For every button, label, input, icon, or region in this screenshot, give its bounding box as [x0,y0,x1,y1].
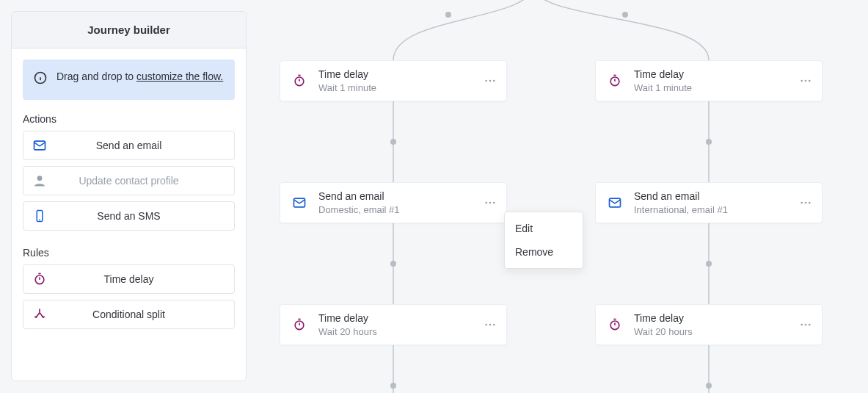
svg-point-20 [489,80,492,82]
node-time-delay[interactable]: Time delay Wait 20 hours [280,304,507,345]
split-icon [23,307,56,322]
svg-point-36 [805,80,807,82]
action-update-contact: Update contact profile [23,166,235,195]
actions-label: Actions [23,113,235,125]
svg-point-39 [800,202,803,204]
node-menu-button[interactable] [789,74,822,87]
node-menu-button[interactable] [474,318,506,331]
connector-dot [706,139,712,145]
action-label: Send an email [56,140,234,151]
more-icon [484,318,497,331]
node-subtitle: International, email #1 [634,204,784,215]
mail-icon [280,195,318,210]
info-text: Drag and drop to customize the flow. [56,70,223,84]
node-time-delay[interactable]: Time delay Wait 20 hours [595,304,823,345]
stopwatch-icon [596,317,634,332]
connector-dot [390,383,396,389]
svg-point-47 [809,324,811,326]
stopwatch-icon [280,317,318,332]
svg-point-24 [489,202,492,204]
info-icon [33,70,48,90]
node-title: Time delay [634,312,784,325]
node-menu-button[interactable] [789,196,822,209]
flow-canvas[interactable]: Time delay Wait 1 minute Send an email D… [247,0,868,393]
phone-icon [23,209,56,223]
connector-dot [622,12,628,18]
more-icon [799,318,812,331]
stopwatch-icon [596,73,634,88]
node-context-menu: Edit Remove [504,212,583,269]
stopwatch-icon [280,73,318,88]
node-menu-button[interactable] [474,74,506,87]
svg-point-21 [493,80,495,82]
node-menu-button[interactable] [789,318,822,331]
rule-label: Conditional split [56,309,234,320]
connector-dot [390,261,396,267]
svg-point-30 [489,324,492,326]
node-title: Send an email [318,190,468,203]
node-subtitle: Wait 1 minute [634,82,784,93]
node-send-email[interactable]: Send an email Domestic, email #1 [280,182,507,223]
more-icon [799,196,812,209]
sidebar-title: Journey builder [12,12,246,48]
node-title: Time delay [634,68,784,81]
node-subtitle: Wait 1 minute [318,82,468,93]
node-send-email[interactable]: Send an email International, email #1 [595,182,823,223]
menu-edit[interactable]: Edit [505,217,583,240]
node-subtitle: Domestic, email #1 [318,204,468,215]
connector-dot [706,383,712,389]
svg-point-29 [485,324,487,326]
menu-remove[interactable]: Remove [505,240,583,264]
svg-point-4 [37,176,43,181]
connector-dot [706,261,712,267]
svg-point-23 [485,202,487,204]
mail-icon [596,195,634,210]
connector-dot [390,139,396,145]
svg-point-40 [805,202,807,204]
more-icon [799,74,812,87]
svg-point-46 [805,324,807,326]
node-time-delay[interactable]: Time delay Wait 1 minute [280,60,507,101]
connector-dot [445,12,451,18]
sidebar-panel: Journey builder Drag and drop to customi… [11,11,247,381]
action-label: Update contact profile [56,175,234,187]
node-time-delay[interactable]: Time delay Wait 1 minute [595,60,823,101]
rule-label: Time delay [56,273,234,285]
node-subtitle: Wait 20 hours [318,326,468,337]
action-send-sms[interactable]: Send an SMS [23,201,235,231]
node-title: Send an email [634,190,784,203]
rule-conditional-split[interactable]: Conditional split [23,300,235,329]
action-send-email[interactable]: Send an email [23,131,235,160]
svg-point-31 [493,324,495,326]
node-title: Time delay [318,312,468,325]
info-banner: Drag and drop to customize the flow. [23,60,235,100]
svg-point-41 [809,202,811,204]
rule-time-delay[interactable]: Time delay [23,264,235,294]
svg-point-25 [493,202,495,204]
more-icon [484,74,497,87]
stopwatch-icon [23,272,56,286]
svg-point-37 [809,80,811,82]
mail-icon [23,138,56,153]
node-title: Time delay [318,68,468,81]
svg-point-19 [485,80,487,82]
action-label: Send an SMS [56,210,234,222]
customize-flow-link[interactable]: customize the flow. [136,71,223,82]
person-icon [23,173,56,188]
more-icon [484,196,497,209]
node-menu-button[interactable] [474,196,506,209]
svg-point-35 [800,80,803,82]
rules-label: Rules [23,247,235,259]
node-subtitle: Wait 20 hours [634,326,784,337]
svg-point-45 [800,324,803,326]
